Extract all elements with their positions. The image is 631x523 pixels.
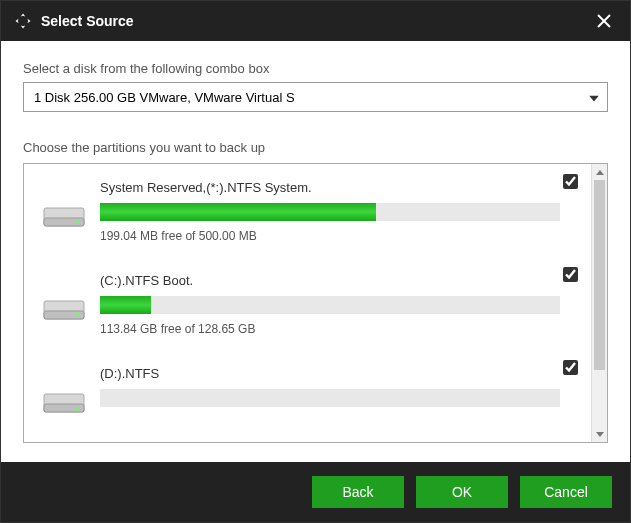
partition-name: (C:).NTFS Boot. — [100, 273, 573, 288]
titlebar: Select Source — [1, 1, 630, 41]
svg-rect-5 — [76, 221, 80, 223]
scrollbar[interactable] — [591, 164, 607, 442]
disk-icon — [42, 388, 86, 418]
close-button[interactable] — [590, 7, 618, 35]
close-icon — [597, 14, 611, 28]
partition-name: (D:).NTFS — [100, 366, 573, 381]
partition-item: (C:).NTFS Boot.113.84 GB free of 128.65 … — [24, 257, 591, 350]
partition-checkbox[interactable] — [563, 174, 579, 190]
svg-rect-11 — [76, 407, 80, 409]
partition-name: System Reserved,(*:).NTFS System. — [100, 180, 573, 195]
partition-free: 199.04 MB free of 500.00 MB — [100, 229, 573, 243]
partition-checkbox[interactable] — [563, 267, 579, 283]
disk-combo[interactable]: 1 Disk 256.00 GB VMware, VMware Virtual … — [23, 82, 608, 112]
svg-marker-12 — [596, 170, 604, 175]
app-icon — [13, 11, 33, 31]
svg-marker-13 — [596, 432, 604, 437]
chevron-down-icon — [589, 90, 599, 105]
usage-bar — [100, 203, 560, 221]
usage-bar — [100, 389, 560, 407]
partition-item: System Reserved,(*:).NTFS System.199.04 … — [24, 164, 591, 257]
partition-list: System Reserved,(*:).NTFS System.199.04 … — [23, 163, 608, 443]
back-button[interactable]: Back — [312, 476, 404, 508]
scrollbar-down[interactable] — [592, 426, 607, 442]
partition-checkbox[interactable] — [563, 360, 579, 376]
partitions-label: Choose the partitions you want to back u… — [23, 140, 608, 155]
disk-icon — [42, 202, 86, 232]
svg-rect-8 — [76, 314, 80, 316]
ok-button[interactable]: OK — [416, 476, 508, 508]
footer: Back OK Cancel — [1, 462, 630, 522]
partition-item: (D:).NTFS — [24, 350, 591, 432]
svg-marker-2 — [589, 96, 599, 102]
scrollbar-thumb[interactable] — [594, 180, 605, 370]
scrollbar-up[interactable] — [592, 164, 607, 180]
title-text: Select Source — [41, 13, 134, 29]
combo-value: 1 Disk 256.00 GB VMware, VMware Virtual … — [34, 90, 295, 105]
combo-label: Select a disk from the following combo b… — [23, 61, 608, 76]
cancel-button[interactable]: Cancel — [520, 476, 612, 508]
usage-bar — [100, 296, 560, 314]
partition-free: 113.84 GB free of 128.65 GB — [100, 322, 573, 336]
disk-icon — [42, 295, 86, 325]
